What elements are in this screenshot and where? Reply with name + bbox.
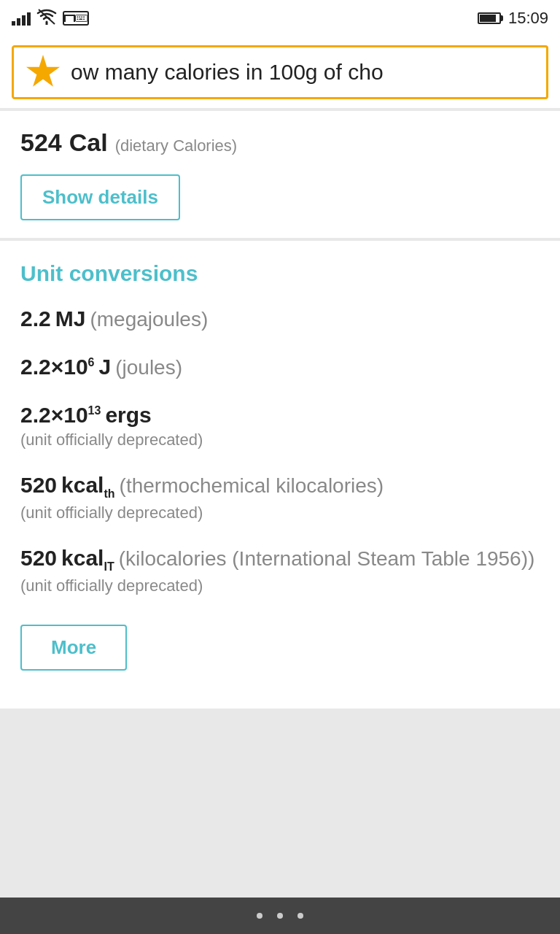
unit-full-name: (megajoules) — [90, 308, 208, 331]
unit-abbr: kcalIT — [61, 546, 114, 574]
unit-deprecated-kcalit: (unit officially deprecated) — [20, 576, 540, 595]
search-box[interactable]: ow many calories in 100g of cho — [12, 45, 548, 99]
unit-full-name: (joules) — [115, 356, 182, 379]
unit-main-megajoules: 2.2 MJ (megajoules) — [20, 306, 540, 331]
unit-value: 520 — [20, 546, 57, 571]
svg-rect-1 — [75, 15, 87, 22]
unit-value: 2.2×106 — [20, 355, 95, 379]
unit-full-name: (thermochemical kilocalories) — [120, 474, 384, 498]
calorie-description: (dietary Calories) — [115, 136, 238, 155]
svg-rect-5 — [83, 17, 85, 18]
unit-abbr: J — [99, 355, 112, 379]
calorie-value: 524 — [20, 128, 62, 157]
unit-value: 2.2×1013 — [20, 403, 101, 428]
search-container: ow many calories in 100g of cho — [0, 36, 560, 108]
unit-deprecated-kcalth: (unit officially deprecated) — [20, 503, 540, 522]
unit-main-kcalth: 520 kcalth (thermochemical kilocalories) — [20, 473, 540, 501]
unit-conversions-card: Unit conversions 2.2 MJ (megajoules) 2.2… — [0, 241, 560, 709]
time-display: 15:09 — [508, 9, 548, 28]
calorie-result: 524 Cal (dietary Calories) — [20, 128, 540, 157]
nav-dot-1 — [257, 913, 262, 919]
battery-icon — [478, 12, 501, 24]
signal-icon — [12, 11, 31, 26]
keyboard-icon — [63, 11, 89, 26]
unit-main-kcalit: 520 kcalIT (kilocalories (International … — [20, 546, 540, 574]
svg-rect-8 — [83, 18, 85, 19]
list-item: 2.2×1013 ergs (unit officially deprecate… — [20, 403, 540, 449]
search-star-icon — [26, 55, 61, 90]
search-query-text: ow many calories in 100g of cho — [71, 60, 384, 85]
show-details-button[interactable]: Show details — [20, 174, 180, 220]
list-item: 520 kcalIT (kilocalories (International … — [20, 546, 540, 595]
status-right-icons: 15:09 — [478, 9, 548, 28]
unit-abbr: ergs — [105, 403, 151, 428]
svg-rect-6 — [77, 18, 78, 19]
status-bar: 15:09 — [0, 0, 560, 36]
list-item: 2.2 MJ (megajoules) — [20, 306, 540, 331]
svg-rect-4 — [81, 17, 82, 18]
svg-rect-2 — [77, 17, 78, 18]
unit-value: 2.2 — [20, 306, 51, 331]
unit-abbr: MJ — [55, 306, 86, 331]
result-card: 524 Cal (dietary Calories) Show details — [0, 111, 560, 238]
calorie-unit: Cal — [69, 128, 108, 157]
unit-value: 520 — [20, 473, 57, 498]
nav-dot-2 — [277, 913, 283, 919]
unit-full-name: (kilocalories (International Steam Table… — [119, 547, 535, 571]
svg-rect-3 — [79, 17, 80, 18]
svg-rect-7 — [79, 18, 82, 19]
unit-main-ergs: 2.2×1013 ergs — [20, 403, 540, 428]
unit-main-joules: 2.2×106 J (joules) — [20, 355, 540, 379]
unit-deprecated-ergs: (unit officially deprecated) — [20, 431, 540, 449]
status-left-icons — [12, 9, 89, 28]
nav-dot-3 — [298, 913, 303, 919]
content-area: 524 Cal (dietary Calories) Show details … — [0, 111, 560, 709]
list-item: 520 kcalth (thermochemical kilocalories)… — [20, 473, 540, 522]
more-button[interactable]: More — [20, 625, 127, 671]
list-item: 2.2×106 J (joules) — [20, 355, 540, 379]
wifi-icon — [36, 9, 57, 28]
unit-abbr: kcalth — [61, 473, 115, 501]
unit-conversions-title: Unit conversions — [20, 261, 540, 286]
bottom-nav-bar — [0, 898, 560, 934]
